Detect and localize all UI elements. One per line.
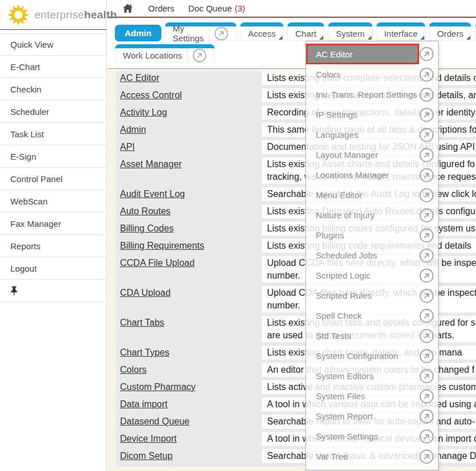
system-menu-item-spell-check[interactable]: Spell Check xyxy=(306,306,438,326)
admin-link-api[interactable]: API xyxy=(120,142,135,152)
open-in-new-icon[interactable] xyxy=(419,128,434,142)
menu-item-label: Menu Editor xyxy=(316,190,362,200)
highlighted-menu-item-box: AC Editor xyxy=(306,44,419,64)
admin-link-asset-manager[interactable]: Asset Manager xyxy=(120,159,182,169)
admin-link-billing-codes[interactable]: Billing Codes xyxy=(120,223,173,234)
system-menu-item-languages[interactable]: Languages xyxy=(306,125,438,145)
admin-link-billing-requirements[interactable]: Billing Requirements xyxy=(120,241,204,251)
open-in-new-icon[interactable] xyxy=(419,228,434,243)
nav-orders[interactable]: Orders xyxy=(148,3,175,13)
system-menu-item-system-report[interactable]: System Report xyxy=(306,406,438,426)
tab-system[interactable]: System xyxy=(328,22,373,41)
system-menu-item-nature-of-injury[interactable]: Nature of Injury xyxy=(306,205,438,225)
system-menu-item-scheduled-jobs[interactable]: Scheduled Jobs xyxy=(306,245,438,265)
tab-my-settings[interactable]: My Settings xyxy=(165,22,237,41)
system-menu-item-system-files[interactable]: System Files xyxy=(306,386,438,406)
open-in-new-icon[interactable] xyxy=(419,369,434,384)
sidebar-item-checkin[interactable]: Checkin xyxy=(0,78,106,101)
system-menu-item-ac-editor[interactable]: AC Editor xyxy=(306,44,438,64)
admin-link-admin[interactable]: Admin xyxy=(120,125,146,135)
tab-access[interactable]: Access xyxy=(240,22,284,41)
open-in-new-icon[interactable] xyxy=(419,409,434,424)
sidebar-item-webscan[interactable]: WebScan xyxy=(0,190,106,213)
admin-link-custom-pharmacy[interactable]: Custom Pharmacy xyxy=(120,382,196,392)
menu-item-label: Spell Check xyxy=(316,311,362,321)
system-menu-item-var-tree[interactable]: Var Tree xyxy=(306,446,438,466)
admin-link-activity-log[interactable]: Activity Log xyxy=(120,107,167,118)
system-menu-item-std-tests[interactable]: Std Tests xyxy=(306,326,438,346)
open-in-new-icon[interactable] xyxy=(419,288,434,303)
admin-link-datasend-queue[interactable]: Datasend Queue xyxy=(120,416,189,427)
sidebar-item-control-panel[interactable]: Control Panel xyxy=(0,168,106,190)
admin-link-chart-tabs[interactable]: Chart Tabs xyxy=(120,318,164,328)
menu-item-label: Layout Manager xyxy=(316,150,378,160)
system-menu-item-ip-settings[interactable]: IP Settings xyxy=(306,105,438,125)
open-in-new-icon[interactable] xyxy=(419,47,434,61)
link-cell: Device Import xyxy=(116,432,262,449)
admin-link-access-control[interactable]: Access Control xyxy=(120,90,182,101)
sidebar-item-quick-view[interactable]: Quick View xyxy=(0,33,106,56)
system-menu-item-system-editors[interactable]: System Editors xyxy=(306,366,438,386)
admin-link-chart-types[interactable]: Chart Types xyxy=(120,348,169,358)
open-in-new-icon[interactable] xyxy=(187,48,207,63)
admin-link-audit-event-log[interactable]: Audit Event Log xyxy=(120,189,185,199)
system-menu-item-system-configuration[interactable]: System Configuration xyxy=(306,346,438,366)
system-menu-item-locations-manager[interactable]: Locations Manager xyxy=(306,165,438,185)
system-menu-item-inv-trans-report-settings[interactable]: Inv. Trans. Report Settings xyxy=(306,84,438,105)
home-icon[interactable] xyxy=(121,2,134,15)
open-in-new-icon[interactable] xyxy=(209,26,229,41)
menu-item-label: Locations Manager xyxy=(316,170,389,180)
sidebar-item-e-chart[interactable]: E-Chart xyxy=(0,56,106,78)
open-in-new-icon[interactable] xyxy=(419,188,434,203)
link-cell: Admin xyxy=(116,123,262,140)
open-in-new-icon[interactable] xyxy=(419,268,434,283)
tab-chart[interactable]: Chart xyxy=(287,22,324,41)
open-in-new-icon[interactable] xyxy=(419,308,434,323)
sidebar-item-scheduler[interactable]: Scheduler xyxy=(0,101,106,123)
nav-doc-queue[interactable]: Doc Queue (3) xyxy=(188,3,245,13)
admin-link-ccda-file-upload[interactable]: CCDA File Upload xyxy=(120,258,195,268)
menu-item-label: Scheduled Jobs xyxy=(316,250,377,260)
sidebar-item-reports[interactable]: Reports xyxy=(0,235,106,257)
menu-item-label: Std Tests xyxy=(316,331,351,341)
admin-link-data-import[interactable]: Data import xyxy=(120,399,168,410)
menu-item-label: Nature of Injury xyxy=(316,210,375,220)
open-in-new-icon[interactable] xyxy=(419,67,434,82)
admin-link-device-import[interactable]: Device Import xyxy=(120,434,177,444)
system-menu-item-menu-editor[interactable]: Menu Editor xyxy=(306,185,438,205)
sidebar-item-logout[interactable]: Logout xyxy=(0,257,106,280)
pin-row xyxy=(0,280,106,302)
admin-link-colors[interactable]: Colors xyxy=(120,365,146,375)
open-in-new-icon[interactable] xyxy=(419,168,434,183)
open-in-new-icon[interactable] xyxy=(419,148,434,163)
open-in-new-icon[interactable] xyxy=(419,329,434,343)
sidebar-item-fax-manager[interactable]: Fax Manager xyxy=(0,213,106,235)
admin-link-auto-routes[interactable]: Auto Routes xyxy=(120,206,171,217)
system-menu-item-plugins[interactable]: Plugins xyxy=(306,225,438,245)
tab-interface[interactable]: Interface xyxy=(376,22,425,41)
open-in-new-icon[interactable] xyxy=(419,248,434,263)
sidebar-item-task-list[interactable]: Task List xyxy=(0,123,106,145)
system-menu-item-scripted-rules[interactable]: Scripted Rules xyxy=(306,285,438,306)
open-in-new-icon[interactable] xyxy=(419,107,434,122)
tab-orders[interactable]: Orders xyxy=(429,22,471,41)
pushpin-icon[interactable] xyxy=(10,286,18,296)
menu-item-label: AC Editor xyxy=(316,49,353,59)
system-menu-item-system-settings[interactable]: System Settings xyxy=(306,426,438,446)
sidebar-item-e-sign[interactable]: E-Sign xyxy=(0,145,106,168)
tab-work-locations[interactable]: Work Locations xyxy=(115,44,215,63)
open-in-new-icon[interactable] xyxy=(419,87,434,102)
app-root: enterprisehealth Quick ViewE-ChartChecki… xyxy=(0,0,476,471)
admin-link-dicom-setup[interactable]: Dicom Setup xyxy=(120,451,173,461)
open-in-new-icon[interactable] xyxy=(419,349,434,364)
tab-admin[interactable]: Admin xyxy=(115,25,161,41)
open-in-new-icon[interactable] xyxy=(419,449,434,464)
system-menu-item-colors[interactable]: Colors xyxy=(306,64,438,84)
open-in-new-icon[interactable] xyxy=(419,389,434,404)
admin-link-ac-editor[interactable]: AC Editor xyxy=(120,73,159,83)
open-in-new-icon[interactable] xyxy=(419,429,434,444)
open-in-new-icon[interactable] xyxy=(419,208,434,223)
admin-link-cda-upload[interactable]: CDA Upload xyxy=(120,288,171,298)
system-menu-item-scripted-logic[interactable]: Scripted Logic xyxy=(306,265,438,285)
system-menu-item-layout-manager[interactable]: Layout Manager xyxy=(306,145,438,165)
